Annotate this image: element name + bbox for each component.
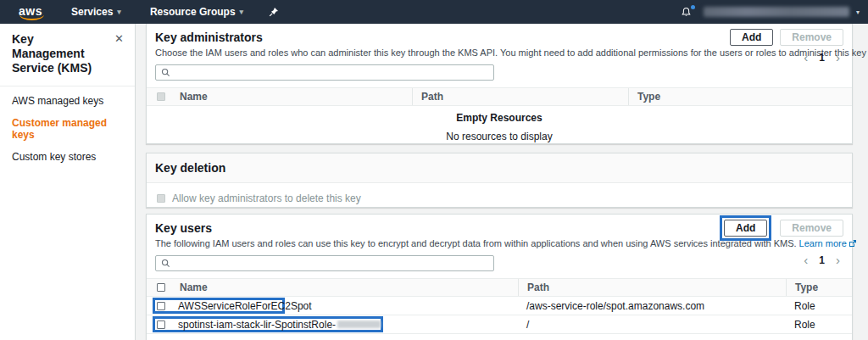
prev-page-icon[interactable]: ‹	[804, 51, 808, 64]
select-all-checkbox[interactable]	[157, 283, 165, 292]
allow-deletion-label: Allow key administrators to delete this …	[172, 192, 361, 204]
sidebar-item-custom-key-stores[interactable]: Custom key stores	[12, 151, 123, 163]
search-input[interactable]	[175, 259, 488, 269]
table-row[interactable]: AWSServiceRoleForEC2Spot /aws-service-ro…	[147, 297, 852, 315]
empty-state-subtitle: No resources to display	[147, 131, 852, 142]
key-administrators-description: Choose the IAM users and roles who can a…	[155, 47, 843, 59]
table-header: Name Path Type	[147, 278, 852, 297]
search-icon	[161, 65, 170, 81]
add-button[interactable]: Add	[724, 220, 767, 237]
sidebar-title: Key Management Service (KMS)	[12, 32, 107, 75]
role-type: Role	[794, 300, 815, 312]
column-header-type: Type	[628, 88, 660, 105]
external-link-icon	[849, 239, 857, 249]
page-number: 1	[819, 254, 825, 266]
search-input[interactable]	[175, 68, 488, 78]
nav-services[interactable]: Services ▾	[71, 6, 121, 18]
top-nav: aws Services ▾ Resource Groups ▾ ▾	[0, 0, 868, 24]
column-header-name: Name	[180, 91, 208, 103]
account-menu-redacted[interactable]	[704, 7, 849, 17]
column-header-path: Path	[518, 279, 549, 296]
remove-button[interactable]: Remove	[780, 220, 843, 237]
description-text: Choose the IAM users and roles who can a…	[155, 47, 868, 58]
chevron-down-icon: ▾	[240, 8, 244, 16]
sidebar-item-aws-managed-keys[interactable]: AWS managed keys	[12, 95, 123, 107]
learn-more-link[interactable]: Learn more	[799, 238, 847, 248]
role-path: /	[526, 319, 529, 331]
nav-resource-groups[interactable]: Resource Groups ▾	[150, 6, 243, 18]
pagination: ‹ 1 ›	[804, 51, 840, 64]
empty-state: Empty Resources No resources to display	[147, 106, 852, 142]
add-button[interactable]: Add	[730, 29, 773, 46]
search-box	[155, 64, 494, 81]
row-checkbox[interactable]	[157, 302, 165, 310]
sidebar: Key Management Service (KMS) ✕ AWS manag…	[0, 24, 136, 340]
description-text: The following IAM users and roles can us…	[155, 238, 797, 248]
table-header: Name Path Type	[147, 87, 852, 106]
pagination: ‹ 1 ›	[804, 254, 840, 266]
column-header-name: Name	[180, 281, 208, 293]
table-row[interactable]: spotinst-iam-stack-lir-SpotinstRole- / R…	[147, 315, 852, 334]
pushpin-icon[interactable]	[269, 7, 279, 17]
main-content: Key administrators Choose the IAM users …	[136, 24, 868, 340]
search-icon	[161, 256, 170, 271]
key-administrators-section: Key administrators Choose the IAM users …	[146, 24, 853, 144]
empty-state-title: Empty Resources	[147, 112, 852, 124]
role-path: /aws-service-role/spot.amazonaws.com	[526, 300, 704, 312]
nav-services-label: Services	[71, 6, 113, 18]
allow-deletion-checkbox	[157, 194, 165, 203]
next-page-icon[interactable]: ›	[836, 51, 840, 64]
role-name: spotinst-iam-stack-lir-SpotinstRole-	[178, 319, 336, 331]
nav-resource-groups-label: Resource Groups	[150, 6, 236, 18]
prev-page-icon[interactable]: ‹	[804, 254, 808, 266]
notification-badge	[691, 5, 695, 9]
search-box	[155, 255, 494, 271]
key-deletion-section: Key deletion Allow key administrators to…	[146, 153, 853, 208]
select-all-checkbox	[157, 92, 165, 101]
chevron-down-icon: ▾	[856, 8, 860, 16]
role-type: Role	[794, 319, 815, 331]
notifications-bell-icon[interactable]	[681, 7, 692, 18]
close-icon[interactable]: ✕	[114, 32, 124, 45]
next-page-icon[interactable]: ›	[836, 254, 840, 266]
sidebar-item-customer-managed-keys[interactable]: Customer managed keys	[12, 117, 123, 141]
row-checkbox[interactable]	[157, 320, 165, 329]
redacted-role-suffix	[337, 320, 381, 328]
key-deletion-title: Key deletion	[155, 161, 843, 175]
annotation-highlight-row: spotinst-iam-stack-lir-SpotinstRole-	[153, 316, 383, 332]
remove-button[interactable]: Remove	[780, 29, 843, 46]
column-header-path: Path	[412, 88, 443, 105]
role-name: AWSServiceRoleForEC2Spot	[178, 300, 312, 312]
aws-logo[interactable]: aws	[19, 4, 42, 20]
column-header-type: Type	[786, 279, 818, 296]
annotation-highlight-row: AWSServiceRoleForEC2Spot	[153, 298, 285, 314]
page-number: 1	[819, 52, 825, 64]
annotation-highlight-add: Add	[720, 215, 771, 241]
chevron-down-icon: ▾	[117, 8, 121, 16]
key-users-section: Key users The following IAM users and ro…	[146, 214, 853, 340]
